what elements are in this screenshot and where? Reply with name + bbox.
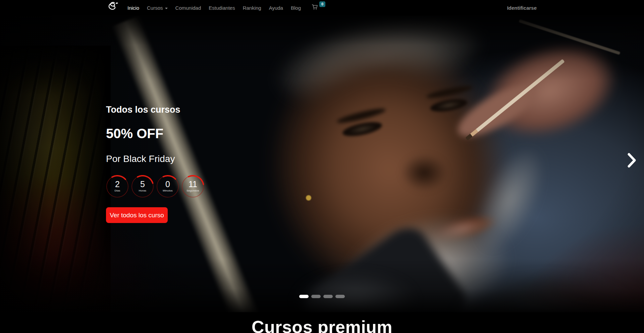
menu-item-estudiantes[interactable]: Estudiantes	[209, 5, 235, 11]
hero-carousel: Todos los cursos 50% OFF Por Black Frida…	[0, 15, 644, 312]
scribble-logo-icon	[107, 1, 119, 14]
countdown-seconds-value: 11	[181, 175, 204, 189]
countdown-hours-label: Horas	[131, 189, 154, 192]
countdown-hours-value: 5	[131, 175, 154, 189]
countdown-days-label: Dias	[106, 189, 129, 192]
countdown-minutes-value: 0	[156, 175, 179, 189]
hero-headline: 50% OFF	[106, 126, 163, 141]
page: Inicio Cursos Comunidad Estudiantes Rank…	[0, 0, 644, 333]
countdown-seconds: 11 Segundos	[181, 175, 204, 198]
hero-photo-illustration	[0, 15, 644, 312]
premium-section: Cursos premium	[0, 312, 644, 333]
carousel-dot-1[interactable]	[299, 295, 309, 298]
menu-item-cursos[interactable]: Cursos	[147, 5, 168, 11]
carousel-dot-2[interactable]	[311, 295, 321, 298]
login-link[interactable]: Identificarse	[507, 5, 537, 11]
hero-vignette	[0, 15, 644, 312]
navbar-inner: Inicio Cursos Comunidad Estudiantes Rank…	[107, 0, 537, 15]
chevron-right-icon	[627, 164, 637, 169]
menu-item-ranking[interactable]: Ranking	[243, 5, 261, 11]
carousel-indicators	[299, 295, 345, 298]
countdown-timer: 2 Dias 5 Horas 0 M	[106, 175, 204, 198]
brand-logo[interactable]	[107, 1, 119, 14]
chevron-down-icon	[165, 8, 168, 9]
carousel-dot-3[interactable]	[323, 295, 333, 298]
menu-item-inicio[interactable]: Inicio	[127, 5, 139, 11]
countdown-minutes: 0 Minutos	[156, 175, 179, 198]
premium-section-title: Cursos premium	[0, 317, 644, 333]
countdown-seconds-label: Segundos	[181, 189, 204, 192]
countdown-minutes-label: Minutos	[156, 189, 179, 192]
menu-item-blog[interactable]: Blog	[291, 5, 301, 11]
menu-item-comunidad[interactable]: Comunidad	[175, 5, 201, 11]
cart-button[interactable]: 0	[312, 4, 325, 12]
countdown-days-value: 2	[106, 175, 129, 189]
main-menu: Inicio Cursos Comunidad Estudiantes Rank…	[127, 5, 301, 11]
countdown-hours: 5 Horas	[131, 175, 154, 198]
countdown-days: 2 Dias	[106, 175, 129, 198]
hero-eyebrow: Todos los cursos	[106, 105, 180, 115]
carousel-next-button[interactable]	[627, 152, 637, 170]
view-all-courses-button[interactable]: Ver todos los curso	[106, 207, 168, 223]
cart-count-badge: 0	[319, 1, 325, 7]
menu-item-ayuda[interactable]: Ayuda	[269, 5, 283, 11]
hero-subheadline: Por Black Friday	[106, 154, 175, 164]
navbar: Inicio Cursos Comunidad Estudiantes Rank…	[0, 0, 644, 15]
carousel-dot-4[interactable]	[335, 295, 345, 298]
cart-icon	[312, 4, 318, 12]
